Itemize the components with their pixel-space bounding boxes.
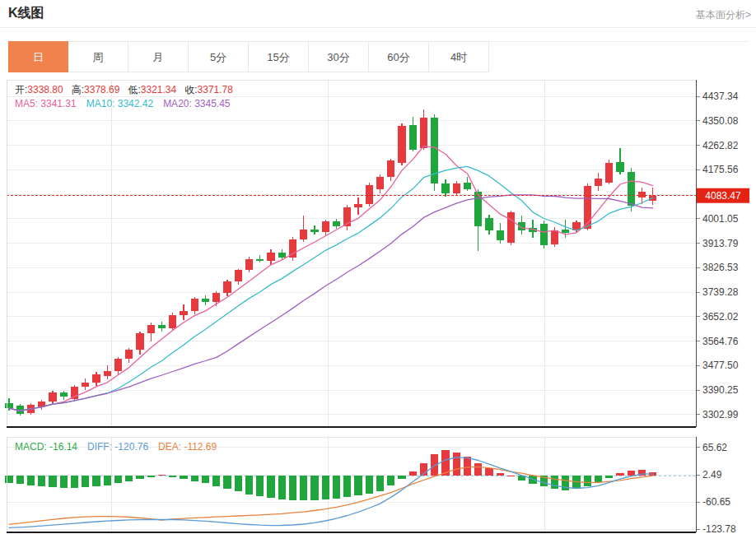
tab-60分[interactable]: 60分 (369, 41, 429, 72)
candle[interactable] (595, 179, 602, 186)
candle[interactable] (92, 374, 100, 383)
macd-bar[interactable] (180, 476, 187, 479)
macd-bar[interactable] (605, 476, 613, 478)
macd-bar[interactable] (464, 457, 471, 476)
macd-bar[interactable] (616, 473, 623, 476)
macd-bar[interactable] (27, 476, 35, 485)
candle[interactable] (235, 270, 242, 281)
macd-bar[interactable] (223, 476, 231, 489)
macd-bar[interactable] (16, 476, 24, 484)
macd-bar[interactable] (474, 463, 482, 476)
candle[interactable] (584, 186, 591, 229)
candle[interactable] (540, 224, 548, 245)
candle[interactable] (376, 177, 384, 189)
candle[interactable] (114, 359, 122, 371)
macd-bar[interactable] (136, 476, 143, 479)
candle[interactable] (267, 253, 274, 261)
candle[interactable] (605, 163, 613, 183)
macd-bar[interactable] (453, 453, 460, 476)
macd-bar[interactable] (104, 476, 111, 485)
kline-chart[interactable]: 4437.344350.084262.824175.564001.053913.… (0, 0, 756, 534)
candle[interactable] (245, 259, 253, 271)
macd-bar[interactable] (310, 476, 318, 500)
candle[interactable] (223, 281, 231, 293)
tab-日[interactable]: 日 (8, 41, 68, 72)
candle[interactable] (147, 325, 155, 333)
candle[interactable] (551, 230, 558, 244)
candle[interactable] (180, 311, 187, 315)
candle[interactable] (333, 221, 340, 226)
macd-bar[interactable] (300, 476, 307, 500)
candle[interactable] (104, 371, 111, 376)
macd-bar[interactable] (376, 476, 384, 491)
macd-bar[interactable] (49, 476, 56, 487)
candle[interactable] (256, 259, 264, 261)
tab-4时[interactable]: 4时 (429, 41, 489, 72)
candle[interactable] (441, 183, 449, 193)
macd-bar[interactable] (256, 476, 264, 496)
macd-bar[interactable] (366, 476, 373, 494)
macd-bar[interactable] (289, 476, 296, 500)
candle[interactable] (158, 325, 166, 328)
candle[interactable] (497, 230, 504, 240)
candle[interactable] (300, 230, 307, 239)
candle[interactable] (464, 183, 471, 189)
tab-5分[interactable]: 5分 (189, 41, 249, 72)
macd-bar[interactable] (245, 476, 253, 494)
macd-bar[interactable] (38, 476, 45, 486)
candle[interactable] (322, 221, 329, 232)
macd-bar[interactable] (584, 476, 591, 486)
macd-bar[interactable] (92, 476, 100, 486)
candle[interactable] (638, 192, 646, 197)
candle[interactable] (60, 392, 68, 397)
macd-bar[interactable] (267, 476, 274, 498)
macd-bar[interactable] (82, 476, 89, 487)
candle[interactable] (420, 118, 427, 148)
candle[interactable] (278, 253, 286, 258)
candle[interactable] (387, 160, 394, 177)
candle[interactable] (507, 212, 515, 243)
candle[interactable] (82, 383, 89, 386)
macd-bar[interactable] (409, 471, 417, 476)
macd-bar[interactable] (212, 476, 220, 485)
macd-bar[interactable] (333, 476, 340, 498)
macd-bar[interactable] (497, 473, 504, 476)
macd-bar[interactable] (398, 476, 405, 479)
candle[interactable] (212, 293, 220, 302)
macd-bar[interactable] (235, 476, 242, 491)
macd-bar[interactable] (202, 476, 209, 483)
candle[interactable] (310, 230, 318, 232)
candle[interactable] (289, 239, 296, 258)
macd-bar[interactable] (278, 476, 286, 499)
candle[interactable] (562, 230, 569, 233)
candle[interactable] (71, 387, 78, 399)
candle[interactable] (354, 204, 362, 207)
candle[interactable] (398, 126, 405, 163)
candle[interactable] (169, 315, 176, 328)
candle[interactable] (202, 299, 209, 302)
tab-30分[interactable]: 30分 (309, 41, 369, 72)
macd-bar[interactable] (551, 476, 558, 489)
candle[interactable] (409, 125, 417, 150)
macd-bar[interactable] (354, 476, 362, 495)
macd-bar[interactable] (60, 476, 68, 487)
macd-bar[interactable] (114, 476, 122, 483)
candle[interactable] (628, 172, 635, 206)
macd-bar[interactable] (507, 476, 515, 476)
macd-bar[interactable] (169, 476, 176, 476)
tab-周[interactable]: 周 (68, 41, 128, 72)
candle[interactable] (616, 162, 623, 172)
candle[interactable] (125, 350, 133, 359)
tab-15分[interactable]: 15分 (249, 41, 309, 72)
candle[interactable] (136, 333, 143, 350)
tab-月[interactable]: 月 (128, 41, 189, 72)
macd-bar[interactable] (322, 476, 329, 499)
macd-bar[interactable] (158, 475, 166, 476)
candle[interactable] (366, 185, 373, 204)
candle[interactable] (191, 299, 198, 311)
macd-bar[interactable] (485, 468, 492, 476)
macd-bar[interactable] (147, 476, 155, 477)
fundamental-analysis-link[interactable]: 基本面分析> (696, 8, 751, 22)
macd-bar[interactable] (595, 476, 602, 482)
macd-bar[interactable] (125, 476, 133, 481)
